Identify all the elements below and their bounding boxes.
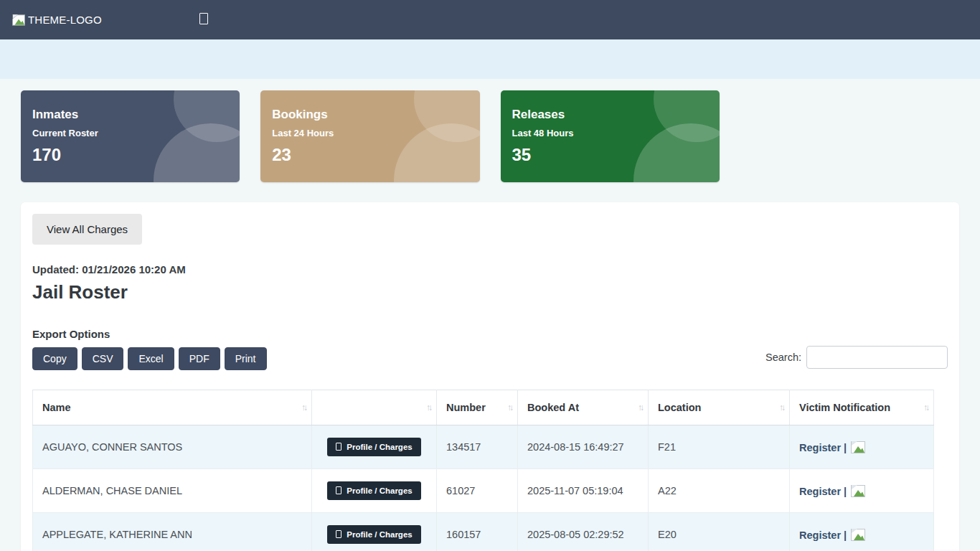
inmate-name-cell: APPLEGATE, KATHERINE ANN: [33, 513, 312, 551]
print-button[interactable]: Print: [225, 347, 267, 370]
missing-glyph-icon: [336, 486, 341, 494]
stat-title: Releases: [512, 108, 708, 122]
profile-charges-button[interactable]: Profile / Charges: [327, 438, 420, 456]
sort-icon: ↑↓: [779, 402, 783, 413]
inmate-number-cell: 134517: [437, 425, 518, 469]
copy-button[interactable]: Copy: [32, 347, 77, 370]
export-options-group: Export Options Copy CSV Excel PDF Print: [32, 328, 267, 370]
register-link[interactable]: Register |: [799, 486, 847, 497]
page-title: Jail Roster: [32, 281, 948, 303]
excel-button[interactable]: Excel: [128, 347, 174, 370]
page-content: Inmates Current Roster 170 Bookings Last…: [0, 79, 980, 551]
stat-subtitle: Last 48 Hours: [512, 128, 708, 138]
profile-charges-button[interactable]: Profile / Charges: [327, 525, 420, 544]
broken-image-icon: [851, 529, 865, 541]
column-header-name[interactable]: Name↑↓: [33, 390, 312, 425]
stat-subtitle: Last 24 Hours: [272, 128, 468, 138]
sort-icon: ↑↓: [638, 402, 642, 413]
search-label: Search:: [765, 352, 801, 363]
search-input[interactable]: [806, 346, 948, 369]
missing-glyph-icon: [336, 530, 341, 538]
inmate-number-cell: 61027: [437, 469, 518, 513]
stat-card-inmates: Inmates Current Roster 170: [21, 90, 240, 182]
stat-subtitle: Current Roster: [32, 128, 228, 138]
victim-notification-cell: Register |: [790, 469, 934, 513]
column-header-actions[interactable]: ↑↓: [312, 390, 437, 425]
stat-value: 23: [272, 145, 468, 165]
stats-row: Inmates Current Roster 170 Bookings Last…: [21, 90, 959, 182]
location-cell: F21: [649, 425, 790, 469]
table-row: APPLEGATE, KATHERINE ANN Profile / Charg…: [33, 513, 934, 551]
sort-icon: ↑↓: [426, 402, 430, 413]
inmate-name-cell: AGUAYO, CONNER SANTOS: [33, 425, 312, 469]
sort-icon: ↑↓: [923, 402, 928, 413]
stat-title: Bookings: [272, 108, 468, 122]
table-row: AGUAYO, CONNER SANTOS Profile / Charges …: [33, 425, 934, 469]
column-header-location[interactable]: Location↑↓: [649, 390, 790, 425]
register-link[interactable]: Register |: [799, 442, 847, 453]
broken-image-icon: [851, 485, 865, 497]
booked-at-cell: 2025-11-07 05:19:04: [518, 469, 649, 513]
pdf-button[interactable]: PDF: [179, 347, 220, 370]
sort-icon: ↑↓: [301, 402, 306, 413]
stat-value: 170: [32, 145, 228, 165]
subheader-strip: [0, 39, 980, 79]
table-toolbar: Export Options Copy CSV Excel PDF Print …: [32, 328, 948, 370]
brand-logo[interactable]: THEME-LOGO: [12, 14, 102, 26]
table-header-row: Name↑↓ ↑↓ Number↑↓ Booked At↑↓ Location↑…: [33, 390, 934, 425]
export-options-label: Export Options: [32, 328, 267, 340]
search-group: Search:: [765, 346, 948, 370]
menu-toggle-icon: [199, 13, 208, 24]
menu-toggle-button[interactable]: [199, 13, 208, 27]
view-all-charges-button[interactable]: View All Charges: [32, 214, 142, 245]
stat-card-bookings: Bookings Last 24 Hours 23: [260, 90, 479, 182]
table-container: Name↑↓ ↑↓ Number↑↓ Booked At↑↓ Location↑…: [32, 390, 948, 551]
stat-value: 35: [512, 145, 708, 165]
location-cell: A22: [649, 469, 790, 513]
column-header-victim-notification[interactable]: Victim Notification↑↓: [790, 390, 934, 425]
victim-notification-cell: Register |: [790, 425, 934, 469]
broken-image-icon: [851, 441, 865, 453]
column-header-booked-at[interactable]: Booked At↑↓: [518, 390, 649, 425]
booked-at-cell: 2024-08-15 16:49:27: [518, 425, 649, 469]
export-buttons: Copy CSV Excel PDF Print: [32, 347, 267, 370]
profile-charges-button[interactable]: Profile / Charges: [327, 481, 420, 500]
inmate-name-cell: ALDERMAN, CHASE DANIEL: [33, 469, 312, 513]
missing-glyph-icon: [336, 443, 341, 451]
stat-title: Inmates: [32, 108, 228, 122]
inmate-number-cell: 160157: [437, 513, 518, 551]
location-cell: E20: [649, 513, 790, 551]
booked-at-cell: 2025-08-05 02:29:52: [518, 513, 649, 551]
roster-table: Name↑↓ ↑↓ Number↑↓ Booked At↑↓ Location↑…: [32, 390, 934, 551]
register-link[interactable]: Register |: [799, 529, 847, 541]
stat-card-releases: Releases Last 48 Hours 35: [501, 90, 720, 182]
victim-notification-cell: Register |: [790, 513, 934, 551]
broken-image-icon: [12, 14, 25, 26]
roster-panel: View All Charges Updated: 01/21/2026 10:…: [21, 202, 959, 551]
csv-button[interactable]: CSV: [82, 347, 124, 370]
top-navbar: THEME-LOGO: [0, 0, 980, 39]
sort-icon: ↑↓: [507, 402, 512, 413]
brand-logo-alt-text: THEME-LOGO: [28, 14, 102, 26]
updated-timestamp: Updated: 01/21/2026 10:20 AM: [32, 263, 948, 276]
table-row: ALDERMAN, CHASE DANIEL Profile / Charges…: [33, 469, 934, 513]
column-header-number[interactable]: Number↑↓: [437, 390, 518, 425]
